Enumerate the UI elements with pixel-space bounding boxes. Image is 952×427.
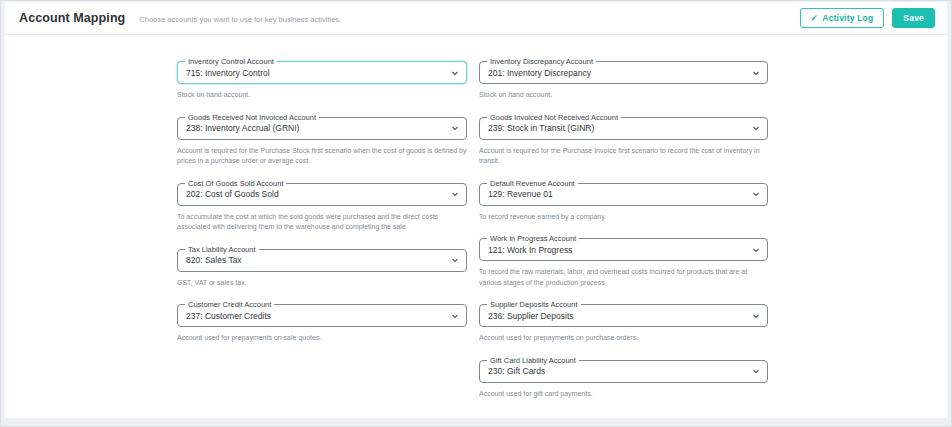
field-label: Cost Of Goods Sold Account — [185, 179, 286, 188]
field-customer-credit: Customer Credit Account 237: Customer Cr… — [177, 304, 467, 344]
page-subtitle: Choose accounts you want to use for key … — [139, 15, 341, 24]
save-button[interactable]: Save — [892, 8, 935, 28]
chevron-down-icon — [752, 69, 760, 77]
chevron-down-icon — [752, 367, 760, 375]
field-value: 237: Customer Credits — [186, 311, 271, 321]
field-label: Goods Received Not Invoiced Account — [185, 113, 319, 122]
work-in-progress-account-select[interactable]: Work in Progress Account 121: Work In Pr… — [479, 238, 768, 261]
field-goods-invoiced-not-received: Goods Invoiced Not Received Account 239:… — [479, 117, 768, 167]
field-label: Supplier Deposits Account — [487, 300, 581, 309]
field-label: Customer Credit Account — [185, 300, 274, 309]
field-helper-text: Account is required for the Purchase Sto… — [177, 146, 467, 167]
field-value: 820: Sales Tax — [186, 255, 242, 265]
field-helper-text: To accumulate the cost at which the sold… — [177, 212, 467, 233]
field-default-revenue: Default Revenue Account 129: Revenue 01 … — [479, 183, 768, 223]
field-helper-text: Account used for prepayments on sale quo… — [177, 333, 467, 344]
field-helper-text: Stock on hand account. — [177, 90, 467, 101]
field-label: Default Revenue Account — [487, 179, 578, 188]
tax-liability-account-select[interactable]: Tax Liability Account 820: Sales Tax — [177, 249, 467, 272]
inventory-discrepancy-account-select[interactable]: Inventory Discrepancy Account 201: Inven… — [479, 61, 768, 84]
field-value: 715: Inventory Control — [186, 68, 270, 78]
chevron-down-icon — [752, 190, 760, 198]
field-label: Inventory Discrepancy Account — [487, 57, 596, 66]
field-label: Gift Card Liability Account — [487, 356, 579, 365]
field-label: Tax Liability Account — [185, 245, 259, 254]
field-gift-card-liability: Gift Card Liability Account 230: Gift Ca… — [479, 360, 768, 400]
field-helper-text: To record the raw materials, labor, and … — [479, 267, 768, 288]
field-supplier-deposits: Supplier Deposits Account 236: Supplier … — [479, 304, 768, 344]
field-value: 236: Supplier Deposits — [488, 311, 574, 321]
chevron-down-icon — [451, 190, 459, 198]
goods-invoiced-not-received-account-select[interactable]: Goods Invoiced Not Received Account 239:… — [479, 117, 768, 140]
goods-received-not-invoiced-account-select[interactable]: Goods Received Not Invoiced Account 238:… — [177, 117, 467, 140]
chevron-down-icon — [752, 312, 760, 320]
field-value: 239: Stock in Transit (GINR) — [488, 123, 594, 133]
field-inventory-discrepancy: Inventory Discrepancy Account 201: Inven… — [479, 61, 768, 101]
field-helper-text: To record revenue earned by a company. — [479, 212, 768, 223]
field-value: 129: Revenue 01 — [488, 189, 553, 199]
form-column-left: Inventory Control Account 715: Inventory… — [177, 61, 467, 415]
inventory-control-account-select[interactable]: Inventory Control Account 715: Inventory… — [177, 61, 467, 84]
field-helper-text: Stock on hand account. — [479, 90, 768, 101]
supplier-deposits-account-select[interactable]: Supplier Deposits Account 236: Supplier … — [479, 304, 768, 327]
gift-card-liability-account-select[interactable]: Gift Card Liability Account 230: Gift Ca… — [479, 360, 768, 383]
customer-credit-account-select[interactable]: Customer Credit Account 237: Customer Cr… — [177, 304, 467, 327]
header-actions: ✓ Activity Log Save — [800, 8, 935, 28]
cost-of-goods-sold-account-select[interactable]: Cost Of Goods Sold Account 202: Cost of … — [177, 183, 467, 206]
field-label: Inventory Control Account — [185, 57, 277, 66]
field-helper-text: Account used for prepayments on purchase… — [479, 333, 768, 344]
field-work-in-progress: Work in Progress Account 121: Work In Pr… — [479, 238, 768, 288]
form-column-right: Inventory Discrepancy Account 201: Inven… — [479, 61, 768, 415]
field-goods-received-not-invoiced: Goods Received Not Invoiced Account 238:… — [177, 117, 467, 167]
field-inventory-control: Inventory Control Account 715: Inventory… — [177, 61, 467, 101]
chevron-down-icon — [752, 124, 760, 132]
page-title: Account Mapping — [19, 11, 125, 25]
field-label: Work in Progress Account — [487, 234, 579, 243]
field-value: 230: Gift Cards — [488, 366, 545, 376]
check-icon: ✓ — [811, 13, 819, 23]
field-tax-liability: Tax Liability Account 820: Sales Tax GST… — [177, 249, 467, 289]
chevron-down-icon — [451, 124, 459, 132]
account-mapping-screen: Account Mapping Choose accounts you want… — [0, 0, 952, 427]
chevron-down-icon — [752, 246, 760, 254]
field-label: Goods Invoiced Not Received Account — [487, 113, 621, 122]
field-cost-of-goods-sold: Cost Of Goods Sold Account 202: Cost of … — [177, 183, 467, 233]
field-value: 201: Inventory Discrepancy — [488, 68, 591, 78]
field-helper-text: GST, VAT or sales tax. — [177, 278, 467, 289]
settings-card: Account Mapping Choose accounts you want… — [5, 2, 947, 418]
field-helper-text: Account used for gift card payments. — [479, 389, 768, 400]
chevron-down-icon — [451, 256, 459, 264]
page-header: Account Mapping Choose accounts you want… — [5, 2, 947, 35]
field-value: 238: Inventory Accrual (GRNI) — [186, 123, 299, 133]
default-revenue-account-select[interactable]: Default Revenue Account 129: Revenue 01 — [479, 183, 768, 206]
chevron-down-icon — [451, 69, 459, 77]
activity-log-button[interactable]: ✓ Activity Log — [800, 8, 885, 28]
activity-log-label: Activity Log — [822, 13, 873, 23]
field-value: 202: Cost of Goods Sold — [186, 189, 279, 199]
field-helper-text: Account is required for the Purchase Inv… — [479, 146, 768, 167]
chevron-down-icon — [451, 312, 459, 320]
field-value: 121: Work In Progress — [488, 245, 572, 255]
account-mapping-form: Inventory Control Account 715: Inventory… — [5, 35, 947, 415]
